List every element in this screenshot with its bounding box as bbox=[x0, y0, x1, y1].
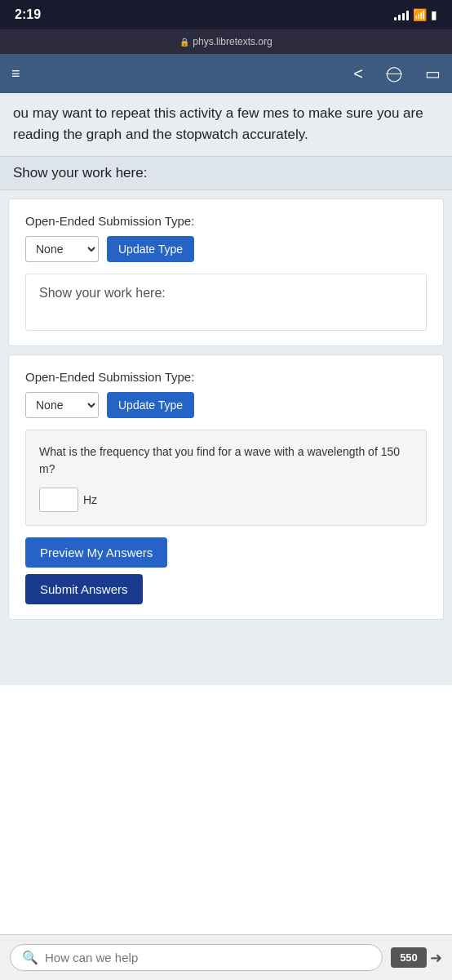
browser-url: phys.libretexts.org bbox=[193, 36, 272, 47]
submission-label-1: Open-Ended Submission Type: bbox=[25, 214, 427, 228]
badge-count: 550 bbox=[400, 951, 418, 964]
submit-answers-button[interactable]: Submit Answers bbox=[25, 574, 143, 604]
question-text: What is the frequency that you find for … bbox=[39, 443, 413, 478]
status-icons: 📶 ▮ bbox=[394, 8, 437, 21]
question-box: What is the frequency that you find for … bbox=[25, 430, 427, 526]
browser-bar: 🔒 phys.libretexts.org bbox=[0, 29, 452, 54]
no-icon-button[interactable]: ◯ bbox=[374, 54, 414, 93]
work-placeholder-1: Show your work here: bbox=[39, 286, 166, 300]
badge-box: 550 bbox=[391, 947, 427, 968]
main-content: ou may want to repeat this activity a fe… bbox=[0, 93, 452, 685]
battery-icon: ▮ bbox=[431, 8, 437, 21]
back-button[interactable]: < bbox=[342, 54, 374, 93]
answer-buttons: Preview My Answers Submit Answers bbox=[25, 537, 427, 604]
no-icon: ◯ bbox=[386, 65, 402, 82]
status-time: 2:19 bbox=[15, 7, 41, 22]
work-text-box-1: Show your work here: bbox=[25, 274, 427, 331]
preview-answers-button[interactable]: Preview My Answers bbox=[25, 537, 167, 568]
submission-label-2: Open-Ended Submission Type: bbox=[25, 370, 427, 384]
card-section-1: Open-Ended Submission Type: None Text Fi… bbox=[8, 198, 444, 346]
bottom-bar: 🔍 550 ➜ bbox=[0, 934, 452, 980]
status-bar: 2:19 📶 ▮ bbox=[0, 0, 452, 29]
card-section-2: Open-Ended Submission Type: None Text Fi… bbox=[8, 354, 444, 620]
search-box[interactable]: 🔍 bbox=[10, 944, 383, 971]
update-type-button-1[interactable]: Update Type bbox=[107, 236, 194, 262]
submission-row-2: None Text File Update Type bbox=[25, 392, 427, 418]
forward-icon[interactable]: ➜ bbox=[430, 949, 442, 967]
hamburger-button[interactable]: ≡ bbox=[0, 54, 32, 93]
nav-right-buttons: < ◯ ▭ bbox=[342, 54, 452, 93]
search-icon: 🔍 bbox=[22, 950, 38, 965]
copy-icon: ▭ bbox=[425, 64, 441, 83]
submission-type-dropdown-1[interactable]: None Text File bbox=[25, 236, 99, 262]
wifi-icon: 📶 bbox=[413, 8, 427, 21]
submission-type-dropdown-2[interactable]: None Text File bbox=[25, 392, 99, 418]
top-nav: ≡ < ◯ ▭ bbox=[0, 54, 452, 93]
intro-section: ou may want to repeat this activity a fe… bbox=[0, 93, 452, 157]
signal-icon bbox=[394, 9, 409, 20]
hamburger-icon: ≡ bbox=[11, 65, 20, 82]
answer-input-row: Hz bbox=[39, 488, 413, 512]
lock-icon: 🔒 bbox=[179, 38, 189, 47]
intro-text: ou may want to repeat this activity a fe… bbox=[13, 105, 423, 142]
update-type-button-2[interactable]: Update Type bbox=[107, 392, 194, 418]
bottom-spacer bbox=[0, 628, 452, 685]
unit-label: Hz bbox=[83, 493, 97, 506]
back-icon: < bbox=[353, 65, 363, 83]
submission-row-1: None Text File Update Type bbox=[25, 236, 427, 262]
answer-input[interactable] bbox=[39, 488, 78, 512]
show-work-label: Show your work here: bbox=[0, 157, 452, 190]
copy-button[interactable]: ▭ bbox=[414, 54, 452, 93]
search-input[interactable] bbox=[45, 951, 370, 964]
